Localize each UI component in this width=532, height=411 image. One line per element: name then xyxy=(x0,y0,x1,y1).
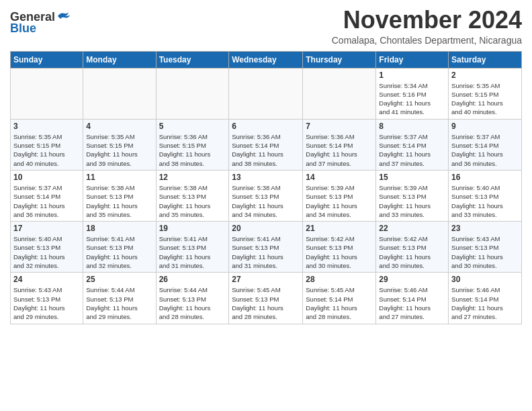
calendar-cell xyxy=(303,68,376,119)
day-info: Sunrise: 5:46 AM Sunset: 5:14 PM Dayligh… xyxy=(379,285,445,321)
calendar-week-row: 24Sunrise: 5:43 AM Sunset: 5:13 PM Dayli… xyxy=(11,273,522,324)
calendar-cell: 22Sunrise: 5:42 AM Sunset: 5:13 PM Dayli… xyxy=(376,222,449,273)
day-info: Sunrise: 5:40 AM Sunset: 5:13 PM Dayligh… xyxy=(13,234,80,270)
calendar-week-row: 1Sunrise: 5:34 AM Sunset: 5:16 PM Daylig… xyxy=(11,68,522,119)
calendar-week-row: 10Sunrise: 5:37 AM Sunset: 5:14 PM Dayli… xyxy=(11,170,522,221)
day-info: Sunrise: 5:43 AM Sunset: 5:13 PM Dayligh… xyxy=(451,234,519,270)
calendar-cell: 11Sunrise: 5:38 AM Sunset: 5:13 PM Dayli… xyxy=(83,170,156,221)
day-info: Sunrise: 5:39 AM Sunset: 5:13 PM Dayligh… xyxy=(306,183,373,219)
weekday-header-saturday: Saturday xyxy=(449,51,522,68)
day-number: 1 xyxy=(379,71,445,80)
calendar-cell: 9Sunrise: 5:37 AM Sunset: 5:14 PM Daylig… xyxy=(449,119,522,170)
calendar-week-row: 17Sunrise: 5:40 AM Sunset: 5:13 PM Dayli… xyxy=(11,222,522,273)
day-info: Sunrise: 5:35 AM Sunset: 5:15 PM Dayligh… xyxy=(86,132,152,168)
day-number: 13 xyxy=(232,173,300,182)
weekday-header-row: SundayMondayTuesdayWednesdayThursdayFrid… xyxy=(11,51,522,68)
calendar-table: SundayMondayTuesdayWednesdayThursdayFrid… xyxy=(10,51,522,324)
calendar-cell: 4Sunrise: 5:35 AM Sunset: 5:15 PM Daylig… xyxy=(83,119,156,170)
day-number: 29 xyxy=(379,275,445,284)
day-number: 24 xyxy=(13,275,80,284)
calendar-cell: 7Sunrise: 5:36 AM Sunset: 5:14 PM Daylig… xyxy=(303,119,376,170)
day-number: 7 xyxy=(306,122,373,131)
day-number: 5 xyxy=(159,122,226,131)
day-info: Sunrise: 5:42 AM Sunset: 5:13 PM Dayligh… xyxy=(306,234,373,270)
day-number: 18 xyxy=(86,224,152,233)
day-number: 28 xyxy=(306,275,373,284)
calendar-cell: 17Sunrise: 5:40 AM Sunset: 5:13 PM Dayli… xyxy=(11,222,83,273)
calendar-week-row: 3Sunrise: 5:35 AM Sunset: 5:15 PM Daylig… xyxy=(11,119,522,170)
calendar-cell: 28Sunrise: 5:45 AM Sunset: 5:14 PM Dayli… xyxy=(303,273,376,324)
day-info: Sunrise: 5:45 AM Sunset: 5:14 PM Dayligh… xyxy=(306,285,373,321)
calendar-cell: 5Sunrise: 5:36 AM Sunset: 5:15 PM Daylig… xyxy=(156,119,229,170)
day-number: 21 xyxy=(306,224,373,233)
day-info: Sunrise: 5:35 AM Sunset: 5:15 PM Dayligh… xyxy=(451,81,519,117)
day-info: Sunrise: 5:39 AM Sunset: 5:13 PM Dayligh… xyxy=(379,183,445,219)
day-info: Sunrise: 5:46 AM Sunset: 5:14 PM Dayligh… xyxy=(451,285,519,321)
day-info: Sunrise: 5:41 AM Sunset: 5:13 PM Dayligh… xyxy=(86,234,152,270)
day-number: 6 xyxy=(232,122,300,131)
day-number: 8 xyxy=(379,122,445,131)
calendar-cell: 10Sunrise: 5:37 AM Sunset: 5:14 PM Dayli… xyxy=(11,170,83,221)
day-info: Sunrise: 5:36 AM Sunset: 5:14 PM Dayligh… xyxy=(232,132,300,168)
day-number: 9 xyxy=(451,122,519,131)
day-info: Sunrise: 5:37 AM Sunset: 5:14 PM Dayligh… xyxy=(379,132,445,168)
logo-blue-text: Blue xyxy=(10,21,36,36)
calendar-cell: 15Sunrise: 5:39 AM Sunset: 5:13 PM Dayli… xyxy=(376,170,449,221)
calendar-cell xyxy=(156,68,229,119)
day-number: 3 xyxy=(13,122,80,131)
weekday-header-tuesday: Tuesday xyxy=(156,51,229,68)
day-number: 19 xyxy=(159,224,226,233)
day-info: Sunrise: 5:45 AM Sunset: 5:13 PM Dayligh… xyxy=(232,285,300,321)
day-info: Sunrise: 5:36 AM Sunset: 5:15 PM Dayligh… xyxy=(159,132,226,168)
day-number: 16 xyxy=(451,173,519,182)
day-info: Sunrise: 5:42 AM Sunset: 5:13 PM Dayligh… xyxy=(379,234,445,270)
weekday-header-friday: Friday xyxy=(376,51,449,68)
day-info: Sunrise: 5:41 AM Sunset: 5:13 PM Dayligh… xyxy=(232,234,300,270)
day-info: Sunrise: 5:37 AM Sunset: 5:14 PM Dayligh… xyxy=(13,183,80,219)
logo: General Blue xyxy=(10,11,70,36)
calendar-cell: 25Sunrise: 5:44 AM Sunset: 5:13 PM Dayli… xyxy=(83,273,156,324)
month-title: November 2024 xyxy=(332,7,522,34)
calendar-cell: 12Sunrise: 5:38 AM Sunset: 5:13 PM Dayli… xyxy=(156,170,229,221)
calendar-cell: 18Sunrise: 5:41 AM Sunset: 5:13 PM Dayli… xyxy=(83,222,156,273)
day-info: Sunrise: 5:40 AM Sunset: 5:13 PM Dayligh… xyxy=(451,183,519,219)
day-number: 17 xyxy=(13,224,80,233)
day-number: 30 xyxy=(451,275,519,284)
calendar-cell: 8Sunrise: 5:37 AM Sunset: 5:14 PM Daylig… xyxy=(376,119,449,170)
calendar-cell: 14Sunrise: 5:39 AM Sunset: 5:13 PM Dayli… xyxy=(303,170,376,221)
day-info: Sunrise: 5:44 AM Sunset: 5:13 PM Dayligh… xyxy=(159,285,226,321)
calendar-cell: 13Sunrise: 5:38 AM Sunset: 5:13 PM Dayli… xyxy=(229,170,303,221)
day-number: 27 xyxy=(232,275,300,284)
title-block: November 2024 Comalapa, Chontales Depart… xyxy=(332,7,522,46)
calendar-cell: 26Sunrise: 5:44 AM Sunset: 5:13 PM Dayli… xyxy=(156,273,229,324)
day-info: Sunrise: 5:41 AM Sunset: 5:13 PM Dayligh… xyxy=(159,234,226,270)
day-info: Sunrise: 5:38 AM Sunset: 5:13 PM Dayligh… xyxy=(159,183,226,219)
calendar-cell: 1Sunrise: 5:34 AM Sunset: 5:16 PM Daylig… xyxy=(376,68,449,119)
calendar-cell: 20Sunrise: 5:41 AM Sunset: 5:13 PM Dayli… xyxy=(229,222,303,273)
calendar-cell: 27Sunrise: 5:45 AM Sunset: 5:13 PM Dayli… xyxy=(229,273,303,324)
calendar-cell: 19Sunrise: 5:41 AM Sunset: 5:13 PM Dayli… xyxy=(156,222,229,273)
day-info: Sunrise: 5:34 AM Sunset: 5:16 PM Dayligh… xyxy=(379,81,445,117)
weekday-header-wednesday: Wednesday xyxy=(229,51,303,68)
calendar-cell: 16Sunrise: 5:40 AM Sunset: 5:13 PM Dayli… xyxy=(449,170,522,221)
day-number: 2 xyxy=(451,71,519,80)
calendar-cell: 6Sunrise: 5:36 AM Sunset: 5:14 PM Daylig… xyxy=(229,119,303,170)
day-info: Sunrise: 5:44 AM Sunset: 5:13 PM Dayligh… xyxy=(86,285,152,321)
calendar-cell: 29Sunrise: 5:46 AM Sunset: 5:14 PM Dayli… xyxy=(376,273,449,324)
weekday-header-monday: Monday xyxy=(83,51,156,68)
day-info: Sunrise: 5:43 AM Sunset: 5:13 PM Dayligh… xyxy=(13,285,80,321)
day-number: 23 xyxy=(451,224,519,233)
day-number: 15 xyxy=(379,173,445,182)
day-number: 25 xyxy=(86,275,152,284)
day-number: 14 xyxy=(306,173,373,182)
day-number: 11 xyxy=(86,173,152,182)
calendar-cell xyxy=(229,68,303,119)
weekday-header-thursday: Thursday xyxy=(303,51,376,68)
day-info: Sunrise: 5:35 AM Sunset: 5:15 PM Dayligh… xyxy=(13,132,80,168)
calendar-cell xyxy=(83,68,156,119)
day-info: Sunrise: 5:38 AM Sunset: 5:13 PM Dayligh… xyxy=(232,183,300,219)
day-info: Sunrise: 5:37 AM Sunset: 5:14 PM Dayligh… xyxy=(451,132,519,168)
calendar-cell: 2Sunrise: 5:35 AM Sunset: 5:15 PM Daylig… xyxy=(449,68,522,119)
calendar-cell: 23Sunrise: 5:43 AM Sunset: 5:13 PM Dayli… xyxy=(449,222,522,273)
calendar-cell: 24Sunrise: 5:43 AM Sunset: 5:13 PM Dayli… xyxy=(11,273,83,324)
